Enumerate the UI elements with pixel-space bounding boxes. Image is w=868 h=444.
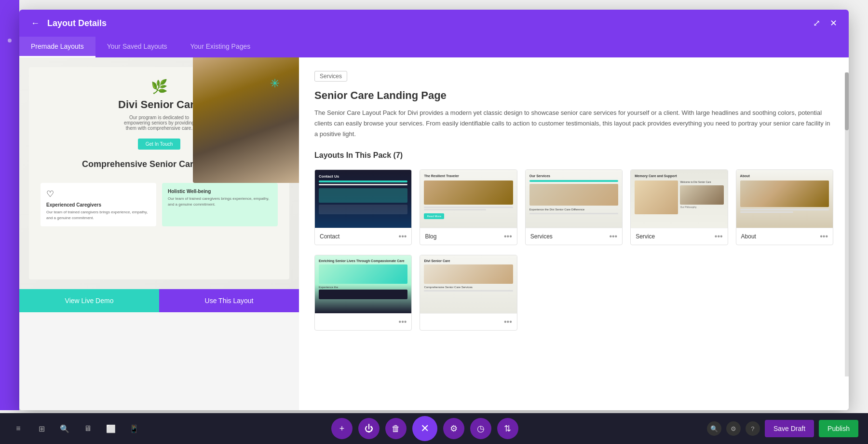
adjust-button[interactable]: ⇅ xyxy=(497,418,518,439)
scrollbar-track[interactable] xyxy=(845,72,849,376)
service-card-1: ♡ Experienced Caregivers Our team of tra… xyxy=(41,183,156,226)
help-button[interactable]: ? xyxy=(746,421,760,436)
preview-cta-button[interactable]: Get In Touch xyxy=(138,139,181,150)
layout-card-footer-home1: ••• xyxy=(315,313,411,330)
hamburger-menu-button[interactable]: ≡ xyxy=(10,420,27,437)
layout-name-blog: Blog xyxy=(425,233,436,240)
use-layout-button[interactable]: Use This Layout xyxy=(159,289,299,312)
modal-title: Layout Details xyxy=(47,18,811,28)
tab-existing-pages[interactable]: Your Existing Pages xyxy=(179,37,262,57)
layout-thumb-blog: The Resilient Traveler Read More xyxy=(420,170,516,228)
pack-details-panel: Services Senior Care Landing Page The Se… xyxy=(299,57,849,410)
pack-description: The Senior Care Layout Pack for Divi pro… xyxy=(314,108,833,139)
layout-card-footer-contact: Contact ••• xyxy=(315,228,411,245)
layout-thumb-home1: Enriching Senior Lives Through Compassio… xyxy=(315,255,411,313)
layout-menu-contact[interactable]: ••• xyxy=(399,232,407,241)
service-cards: ♡ Experienced Caregivers Our team of tra… xyxy=(41,183,278,226)
layout-thumb-service: Memory Care and Support Welcome to Divi … xyxy=(631,170,727,228)
layout-menu-about[interactable]: ••• xyxy=(820,232,828,241)
layout-name-service: Service xyxy=(636,233,655,240)
sidebar-dot xyxy=(8,39,12,42)
layout-thumb-services: Our Services Experience the Divi Senior … xyxy=(526,170,622,228)
card-title-1: Experienced Caregivers xyxy=(46,202,150,208)
layout-menu-home2[interactable]: ••• xyxy=(504,318,512,326)
brand-icon: 🌿 xyxy=(151,79,168,95)
tab-saved-layouts[interactable]: Your Saved Layouts xyxy=(95,37,179,57)
service-card-2: Holistic Well-being Our team of trained … xyxy=(162,183,278,226)
layout-card-footer-home2: ••• xyxy=(420,313,516,330)
trash-button[interactable]: 🗑 xyxy=(385,418,407,439)
settings-button[interactable]: ⚙ xyxy=(443,418,464,439)
tablet-view-button[interactable]: ⬜ xyxy=(102,420,120,437)
layout-card-home1[interactable]: Enriching Senior Lives Through Compassio… xyxy=(314,255,412,331)
layout-card-footer-blog: Blog ••• xyxy=(420,228,516,245)
layout-card-about[interactable]: About About ••• xyxy=(736,169,833,245)
layout-card-contact[interactable]: Contact Us Contact ••• xyxy=(314,169,412,245)
bottom-toolbar: ≡ ⊞ 🔍 🖥 ⬜ 📱 + ⏻ 🗑 ✕ ⚙ ◷ ⇅ 🔍 ⚙ ? Save Dra… xyxy=(0,413,868,444)
modal-header: ← Layout Details ⤢ ✕ xyxy=(19,10,849,37)
layout-card-home2[interactable]: Divi Senior Care Comprehensive Senior Ca… xyxy=(420,255,517,331)
layouts-grid-top: Contact Us Contact ••• xyxy=(314,169,833,245)
preview-mockup: ✳ 🌿 Divi Senior Care Our program is dedi… xyxy=(19,57,299,289)
layout-menu-blog[interactable]: ••• xyxy=(504,232,512,241)
layout-name-contact: Contact xyxy=(320,233,339,240)
layout-thumb-about: About xyxy=(736,170,833,228)
card-text-2: Our team of trained caregivers brings ex… xyxy=(168,196,272,207)
modal-header-actions: ⤢ ✕ xyxy=(811,16,839,30)
preview-action-buttons: View Live Demo Use This Layout xyxy=(19,289,299,312)
brand-name: Divi Senior Care xyxy=(118,98,200,111)
desktop-view-button[interactable]: 🖥 xyxy=(79,420,96,437)
tab-premade-layouts[interactable]: Premade Layouts xyxy=(19,37,95,57)
toolbar-center-group: + ⏻ 🗑 ✕ ⚙ ◷ ⇅ xyxy=(331,416,518,441)
layout-thumb-home2: Divi Senior Care Comprehensive Senior Ca… xyxy=(420,255,516,313)
preview-panel: ✳ 🌿 Divi Senior Care Our program is dedi… xyxy=(19,57,299,410)
layout-thumb-contact: Contact Us xyxy=(315,170,411,228)
power-button[interactable]: ⏻ xyxy=(358,418,380,439)
layout-card-footer-service: Service ••• xyxy=(631,228,727,245)
card-title-2: Holistic Well-being xyxy=(168,189,272,194)
search-button[interactable]: 🔍 xyxy=(56,420,73,437)
card-text-1: Our team of trained caregivers brings ex… xyxy=(46,209,150,220)
layout-name-services: Services xyxy=(530,233,553,240)
scrollbar-thumb[interactable] xyxy=(845,72,849,130)
layout-menu-services[interactable]: ••• xyxy=(609,232,617,241)
zoom-button[interactable]: 🔍 xyxy=(707,421,721,436)
layout-card-service[interactable]: Memory Care and Support Welcome to Divi … xyxy=(630,169,728,245)
layout-name-about: About xyxy=(741,233,756,240)
pack-title: Senior Care Landing Page xyxy=(314,89,833,102)
layout-card-footer-services: Services ••• xyxy=(526,228,622,245)
close-button[interactable]: ✕ xyxy=(828,16,839,30)
tabs-container: Premade Layouts Your Saved Layouts Your … xyxy=(19,37,849,57)
brand-subtitle: Our program is dedicated to empowering s… xyxy=(121,115,198,131)
modal-body: ✳ 🌿 Divi Senior Care Our program is dedi… xyxy=(19,57,849,410)
preview-hero-photo xyxy=(193,57,299,183)
view-demo-button[interactable]: View Live Demo xyxy=(19,289,159,312)
left-sidebar xyxy=(0,0,19,410)
layouts-count-header: Layouts In This Pack (7) xyxy=(314,151,833,160)
layout-menu-home1[interactable]: ••• xyxy=(399,318,407,326)
save-draft-button[interactable]: Save Draft xyxy=(765,420,814,437)
history-button[interactable]: ◷ xyxy=(470,418,491,439)
phone-view-button[interactable]: 📱 xyxy=(125,420,143,437)
settings-small-button[interactable]: ⚙ xyxy=(726,421,741,436)
layouts-grid-bottom: Enriching Senior Lives Through Compassio… xyxy=(314,255,833,331)
layout-card-blog[interactable]: The Resilient Traveler Read More Blog ••… xyxy=(420,169,517,245)
toolbar-right-group: 🔍 ⚙ ? Save Draft Publish xyxy=(707,420,858,437)
add-module-button[interactable]: + xyxy=(331,418,353,439)
back-button[interactable]: ← xyxy=(29,16,41,30)
layout-card-footer-about: About ••• xyxy=(736,228,833,245)
publish-button[interactable]: Publish xyxy=(819,420,858,437)
close-builder-button[interactable]: ✕ xyxy=(412,416,437,441)
star-decoration: ✳ xyxy=(270,77,280,90)
card-icon-heart: ♡ xyxy=(46,189,150,199)
layout-menu-service[interactable]: ••• xyxy=(715,232,723,241)
layout-details-modal: ← Layout Details ⤢ ✕ Premade Layouts You… xyxy=(19,10,849,410)
grid-view-button[interactable]: ⊞ xyxy=(33,420,50,437)
layout-card-services[interactable]: Our Services Experience the Divi Senior … xyxy=(525,169,623,245)
pack-tag: Services xyxy=(314,71,347,82)
toolbar-left-group: ≡ ⊞ 🔍 🖥 ⬜ 📱 xyxy=(10,420,143,437)
resize-button[interactable]: ⤢ xyxy=(811,16,822,30)
